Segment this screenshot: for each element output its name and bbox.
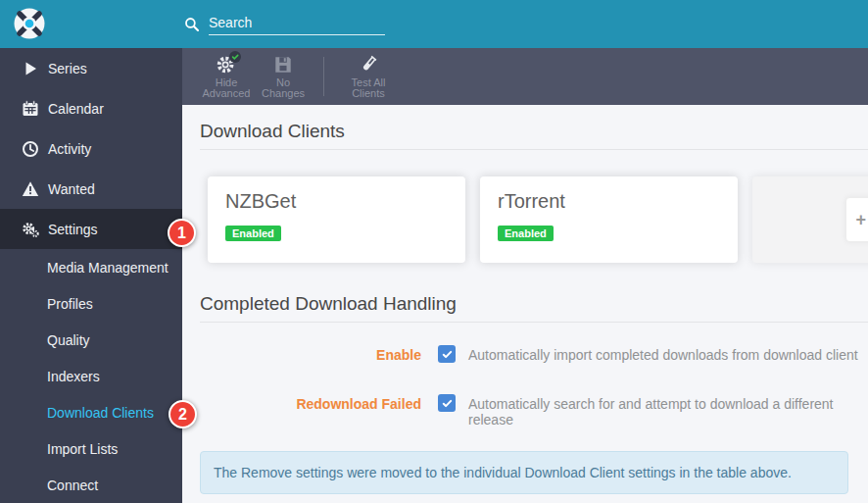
sidebar-subitem-label: Media Management xyxy=(47,260,169,276)
hide-advanced-button[interactable]: HideAdvanced xyxy=(198,54,255,99)
annotation-badge-2: 2 xyxy=(169,400,197,428)
sidebar-subitem-label: Download Clients xyxy=(47,405,154,421)
sidebar-subitem-download-clients[interactable]: Download Clients xyxy=(0,394,182,430)
sidebar-subitem-profiles[interactable]: Profiles xyxy=(0,285,182,322)
sidebar-subitem-label: Indexers xyxy=(47,369,100,384)
client-name: NZBGet xyxy=(225,190,448,213)
test-all-clients-label: Test AllClients xyxy=(352,77,386,99)
redownload-failed-row: Redownload Failed Automatically search f… xyxy=(182,394,868,428)
status-badge: Enabled xyxy=(225,226,281,241)
settings-content: Download Clients NZBGet Enabled rTorrent… xyxy=(182,105,868,503)
sidebar-subitem-label: Import Lists xyxy=(47,441,118,457)
cdh-form: Enable Automatically import completed do… xyxy=(182,345,868,494)
sidebar-subitem-indexers[interactable]: Indexers xyxy=(0,358,182,394)
sidebar-subitem-label: Quality xyxy=(47,332,90,348)
sidebar-item-label: Wanted xyxy=(48,181,95,197)
add-download-client-button[interactable]: + xyxy=(845,197,868,242)
sidebar-item-label: Series xyxy=(48,61,87,76)
save-changes-button[interactable]: NoChanges xyxy=(255,54,312,99)
gear-check-icon xyxy=(216,54,237,75)
warning-icon xyxy=(22,180,39,198)
no-changes-label: NoChanges xyxy=(262,77,305,99)
enable-help-text: Automatically import completed downloads… xyxy=(468,345,858,363)
sidebar-subitem-label: Connect xyxy=(47,478,98,493)
sidebar-subitem-media-management[interactable]: Media Management xyxy=(0,249,182,285)
client-card-nzbget[interactable]: NZBGet Enabled xyxy=(208,176,465,263)
sidebar-item-calendar[interactable]: Calendar xyxy=(0,88,182,128)
enable-label: Enable xyxy=(200,345,421,363)
client-card-rtorrent[interactable]: rTorrent Enabled xyxy=(480,176,738,263)
test-tube-icon xyxy=(358,54,379,75)
checkmark-icon xyxy=(441,348,454,361)
sidebar-item-label: Calendar xyxy=(48,101,104,117)
client-name: rTorrent xyxy=(498,190,720,213)
plus-icon: + xyxy=(856,210,867,230)
cdh-section-title: Completed Download Handling xyxy=(200,293,868,323)
settings-toolbar: HideAdvanced NoChanges xyxy=(182,48,868,105)
search-icon xyxy=(184,17,200,32)
advanced-shown-check-icon xyxy=(229,51,241,63)
sidebar-subitem-quality[interactable]: Quality xyxy=(0,322,182,358)
sidebar: Series Calendar Activity xyxy=(0,48,182,503)
sidebar-item-label: Settings xyxy=(48,222,98,237)
enable-row: Enable Automatically import completed do… xyxy=(182,345,868,363)
sonarr-logo-icon[interactable] xyxy=(13,7,46,40)
sidebar-subitem-connect[interactable]: Connect xyxy=(0,467,182,503)
annotation-badge-1: 1 xyxy=(168,219,196,247)
clock-icon xyxy=(22,140,39,158)
gears-icon xyxy=(22,221,39,238)
toolbar-separator xyxy=(323,57,324,96)
sidebar-item-series[interactable]: Series xyxy=(0,48,182,88)
search-bar xyxy=(184,0,385,48)
calendar-icon xyxy=(22,100,39,118)
sidebar-item-label: Activity xyxy=(48,141,91,157)
redownload-failed-checkbox[interactable] xyxy=(438,394,456,412)
top-bar xyxy=(0,0,868,48)
test-all-clients-button[interactable]: Test AllClients xyxy=(338,54,399,99)
redownload-failed-help-text: Automatically search for and attempt to … xyxy=(468,394,868,428)
hide-advanced-label: HideAdvanced xyxy=(203,77,251,99)
sidebar-item-wanted[interactable]: Wanted xyxy=(0,169,182,209)
save-icon xyxy=(272,54,294,75)
checkmark-icon xyxy=(441,397,454,410)
sidebar-subitem-import-lists[interactable]: Import Lists xyxy=(0,430,182,467)
redownload-failed-label: Redownload Failed xyxy=(200,394,421,412)
enable-checkbox[interactable] xyxy=(438,345,456,363)
play-icon xyxy=(22,60,39,77)
download-clients-section-title: Download Clients xyxy=(200,121,868,150)
search-input[interactable] xyxy=(209,13,385,35)
sidebar-subitem-label: Profiles xyxy=(47,296,93,312)
info-banner: The Remove settings were moved to the in… xyxy=(200,451,848,494)
download-client-cards: NZBGet Enabled rTorrent Enabled + xyxy=(208,176,868,263)
sidebar-item-settings[interactable]: Settings xyxy=(0,209,182,249)
sidebar-item-activity[interactable]: Activity xyxy=(0,128,182,169)
sonarr-app-window: Series Calendar Activity xyxy=(0,0,868,503)
status-badge: Enabled xyxy=(498,226,554,241)
add-download-client-card[interactable]: + xyxy=(752,176,868,263)
